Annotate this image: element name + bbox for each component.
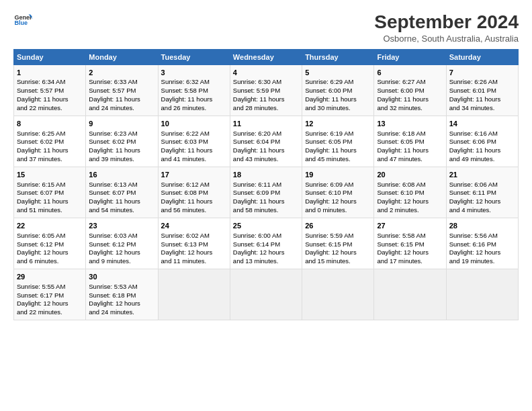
calendar-cell: 20Sunrise: 6:08 AMSunset: 6:10 PMDayligh… <box>374 167 446 218</box>
day-info: and 2 minutes. <box>377 206 443 215</box>
calendar-cell: 26Sunrise: 5:59 AMSunset: 6:15 PMDayligh… <box>302 218 374 269</box>
calendar-cell: 25Sunrise: 6:00 AMSunset: 6:14 PMDayligh… <box>230 218 302 269</box>
day-info: Daylight: 12 hours <box>17 300 83 308</box>
day-info: and 49 minutes. <box>449 155 515 164</box>
calendar-cell <box>446 269 518 320</box>
day-info: Daylight: 12 hours <box>377 248 443 257</box>
day-info: Sunset: 6:05 PM <box>377 138 443 146</box>
day-number: 14 <box>449 119 515 129</box>
day-info: Sunset: 6:04 PM <box>233 138 299 146</box>
calendar-cell: 14Sunrise: 6:16 AMSunset: 6:06 PMDayligh… <box>446 116 518 167</box>
day-info: and 9 minutes. <box>89 257 154 266</box>
day-info: Sunset: 5:57 PM <box>17 87 83 95</box>
day-info: and 30 minutes. <box>305 104 371 113</box>
day-info: Sunrise: 6:22 AM <box>161 130 227 138</box>
day-info: and 37 minutes. <box>17 155 83 164</box>
day-info: Sunrise: 6:34 AM <box>17 78 83 87</box>
day-number: 27 <box>377 221 443 231</box>
day-info: and 26 minutes. <box>161 104 227 113</box>
day-info: Sunset: 6:05 PM <box>305 138 371 146</box>
calendar-cell: 9Sunrise: 6:23 AMSunset: 6:02 PMDaylight… <box>86 116 158 167</box>
day-number: 4 <box>233 68 299 78</box>
calendar-cell <box>230 269 302 320</box>
day-info: Sunset: 6:12 PM <box>89 240 154 249</box>
day-info: Daylight: 12 hours <box>305 248 371 257</box>
calendar-cell: 3Sunrise: 6:32 AMSunset: 5:58 PMDaylight… <box>158 64 230 116</box>
day-info: Sunset: 6:11 PM <box>449 189 515 197</box>
day-info: Daylight: 11 hours <box>17 197 83 206</box>
day-info: Sunset: 6:14 PM <box>233 240 299 249</box>
calendar-cell: 6Sunrise: 6:27 AMSunset: 6:00 PMDaylight… <box>374 64 446 116</box>
calendar-cell: 15Sunrise: 6:15 AMSunset: 6:07 PMDayligh… <box>14 167 86 218</box>
day-number: 20 <box>377 170 443 180</box>
day-info: Sunset: 6:10 PM <box>377 189 443 197</box>
day-number: 28 <box>449 221 515 231</box>
day-info: Sunset: 6:09 PM <box>233 189 299 197</box>
calendar-cell: 27Sunrise: 5:58 AMSunset: 6:15 PMDayligh… <box>374 218 446 269</box>
week-row-3: 15Sunrise: 6:15 AMSunset: 6:07 PMDayligh… <box>14 167 519 218</box>
day-info: Sunset: 6:03 PM <box>161 138 227 146</box>
calendar-cell: 24Sunrise: 6:02 AMSunset: 6:13 PMDayligh… <box>158 218 230 269</box>
week-row-5: 29Sunrise: 5:55 AMSunset: 6:17 PMDayligh… <box>14 269 519 320</box>
day-info: and 24 minutes. <box>89 104 154 113</box>
day-info: Sunrise: 6:33 AM <box>89 78 154 87</box>
calendar-cell: 30Sunrise: 5:53 AMSunset: 6:18 PMDayligh… <box>86 269 158 320</box>
day-info: Sunset: 6:15 PM <box>377 240 443 249</box>
day-info: and 41 minutes. <box>161 155 227 164</box>
header-cell-monday: Monday <box>86 49 158 64</box>
day-info: Daylight: 12 hours <box>377 197 443 206</box>
day-info: Daylight: 11 hours <box>449 95 515 104</box>
day-info: Daylight: 12 hours <box>233 248 299 257</box>
day-number: 12 <box>305 119 371 129</box>
day-info: and 13 minutes. <box>233 257 299 266</box>
calendar-cell: 16Sunrise: 6:13 AMSunset: 6:07 PMDayligh… <box>86 167 158 218</box>
calendar-cell: 13Sunrise: 6:18 AMSunset: 6:05 PMDayligh… <box>374 116 446 167</box>
day-number: 10 <box>161 119 227 129</box>
calendar-cell: 29Sunrise: 5:55 AMSunset: 6:17 PMDayligh… <box>14 269 86 320</box>
week-row-2: 8Sunrise: 6:25 AMSunset: 6:02 PMDaylight… <box>14 116 519 167</box>
calendar-cell <box>374 269 446 320</box>
day-info: and 34 minutes. <box>449 104 515 113</box>
day-info: and 47 minutes. <box>377 155 443 164</box>
day-info: Sunrise: 5:55 AM <box>17 283 83 291</box>
day-info: Sunrise: 6:32 AM <box>161 78 227 87</box>
day-info: Sunset: 6:18 PM <box>89 291 154 300</box>
day-info: and 43 minutes. <box>233 155 299 164</box>
day-info: and 28 minutes. <box>233 104 299 113</box>
day-info: and 4 minutes. <box>449 206 515 215</box>
calendar-cell <box>302 269 374 320</box>
day-info: Sunset: 6:02 PM <box>89 138 154 146</box>
day-info: Sunrise: 6:03 AM <box>89 232 154 240</box>
day-info: and 45 minutes. <box>305 155 371 164</box>
day-info: Daylight: 11 hours <box>233 146 299 155</box>
day-info: Daylight: 11 hours <box>89 197 154 206</box>
day-info: Daylight: 11 hours <box>305 95 371 104</box>
calendar-cell: 4Sunrise: 6:30 AMSunset: 5:59 PMDaylight… <box>230 64 302 116</box>
day-info: Daylight: 11 hours <box>161 95 227 104</box>
day-info: Daylight: 12 hours <box>449 197 515 206</box>
day-info: Sunset: 5:57 PM <box>89 87 154 95</box>
day-info: Daylight: 12 hours <box>89 248 154 257</box>
calendar-cell: 2Sunrise: 6:33 AMSunset: 5:57 PMDaylight… <box>86 64 158 116</box>
day-number: 8 <box>17 119 83 129</box>
day-number: 1 <box>17 68 83 78</box>
day-number: 16 <box>89 170 154 180</box>
day-info: Daylight: 11 hours <box>89 95 154 104</box>
day-number: 22 <box>17 221 83 231</box>
day-info: Sunrise: 6:29 AM <box>305 78 371 87</box>
day-info: and 22 minutes. <box>17 308 83 317</box>
calendar-header: SundayMondayTuesdayWednesdayThursdayFrid… <box>14 49 519 64</box>
day-info: Daylight: 11 hours <box>17 95 83 104</box>
day-info: Sunrise: 5:56 AM <box>449 232 515 240</box>
page: General Blue General Blue September 2024… <box>0 0 532 411</box>
day-number: 13 <box>377 119 443 129</box>
day-info: Sunrise: 6:26 AM <box>449 78 515 87</box>
day-info: Sunset: 6:07 PM <box>89 189 154 197</box>
day-info: and 0 minutes. <box>305 206 371 215</box>
page-subtitle: Osborne, South Australia, Australia <box>374 34 519 44</box>
calendar-cell: 8Sunrise: 6:25 AMSunset: 6:02 PMDaylight… <box>14 116 86 167</box>
day-info: Sunrise: 6:12 AM <box>161 181 227 189</box>
day-number: 11 <box>233 119 299 129</box>
day-number: 9 <box>89 119 154 129</box>
day-info: Sunset: 6:00 PM <box>377 87 443 95</box>
